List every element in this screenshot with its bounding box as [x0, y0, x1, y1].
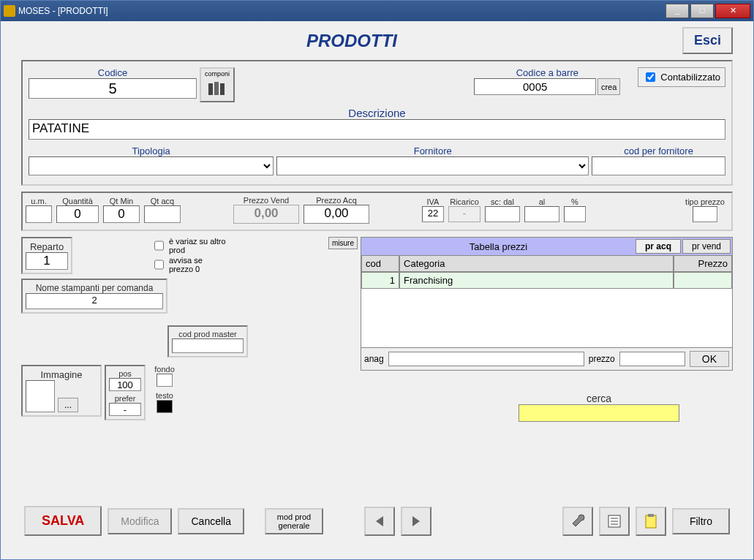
misure-button[interactable]: misure: [328, 237, 358, 249]
list-icon: [606, 513, 622, 529]
testo-label: testo: [148, 391, 181, 400]
cod-fornitore-input[interactable]: [592, 156, 725, 175]
triangle-right-icon: [410, 515, 423, 528]
al-input[interactable]: [524, 206, 559, 222]
immagine-browse-button[interactable]: ...: [58, 398, 78, 412]
cod-fornitore-label: cod per fornitore: [592, 145, 725, 156]
settings-button[interactable]: [562, 507, 593, 536]
cerca-label: cerca: [519, 393, 679, 404]
stampanti-label: Nome stampanti per comanda: [26, 283, 163, 293]
componi-button[interactable]: componi: [200, 67, 235, 102]
col-categoria: Categoria: [399, 255, 674, 272]
cod-master-input[interactable]: [172, 338, 244, 353]
fornitore-select[interactable]: [276, 156, 589, 175]
svg-rect-9: [646, 515, 656, 528]
esci-button[interactable]: Esci: [682, 27, 733, 54]
tab-pr-acq[interactable]: pr acq: [636, 239, 681, 254]
close-button[interactable]: ✕: [715, 4, 750, 18]
svg-marker-4: [412, 516, 420, 526]
col-prezzo: Prezzo: [674, 255, 732, 272]
iva-label: IVA: [422, 197, 444, 206]
codice-barre-input[interactable]: 0005: [474, 78, 596, 95]
salva-button[interactable]: SALVA: [24, 506, 102, 536]
codice-input[interactable]: 5: [29, 78, 197, 99]
immagine-preview: [26, 380, 55, 412]
svg-marker-3: [376, 516, 383, 526]
um-input[interactable]: [26, 205, 52, 223]
testo-swatch[interactable]: [157, 400, 173, 413]
prezzo-vend-label: Prezzo Vend: [233, 196, 299, 205]
pos-input[interactable]: 100: [109, 378, 141, 391]
titlebar: MOSES - [PRODOTTI] _ □ ✕: [1, 1, 753, 21]
next-button[interactable]: [401, 507, 431, 536]
clipboard-button[interactable]: [636, 507, 666, 536]
app-icon: [4, 5, 15, 17]
codice-barre-label: Codice a barre: [474, 67, 620, 78]
iva-input[interactable]: 22: [422, 206, 444, 222]
svg-rect-1: [214, 82, 219, 95]
page-title: PRODOTTI: [21, 31, 682, 51]
tipo-prezzo-input[interactable]: [693, 206, 717, 222]
codice-label: Codice: [29, 67, 197, 78]
anag-label: anag: [364, 354, 384, 364]
cell-prezzo[interactable]: [674, 272, 732, 289]
chess-icon: [206, 77, 229, 98]
svg-rect-0: [208, 83, 213, 95]
ricarico-label: Ricarico: [448, 197, 480, 206]
tipologia-select[interactable]: [29, 156, 274, 175]
fornitore-label: Fornitore: [276, 145, 589, 156]
prefer-input[interactable]: -: [109, 403, 141, 416]
al-label: al: [524, 197, 559, 206]
descrizione-label: Descrizione: [29, 107, 725, 119]
clipboard-icon: [643, 513, 659, 529]
sc-dal-input[interactable]: [485, 206, 520, 222]
prefer-label: prefer: [109, 394, 141, 403]
anag-input[interactable]: [388, 352, 584, 366]
prezzo-ftr-label: prezzo: [589, 354, 615, 364]
qtacq-input[interactable]: [144, 205, 181, 223]
ok-button[interactable]: OK: [690, 351, 729, 367]
cancella-button[interactable]: Cancella: [178, 508, 244, 534]
variaz-checkbox[interactable]: è variaz su altro prod: [151, 237, 227, 254]
tipo-prezzo-label: tipo prezzo: [682, 197, 728, 206]
ricarico-input: -: [448, 206, 480, 222]
stampanti-input[interactable]: 2: [26, 293, 163, 309]
qtmin-input[interactable]: 0: [103, 205, 140, 223]
sc-dal-label: sc: dal: [485, 197, 520, 206]
tipologia-label: Tipologia: [29, 145, 274, 156]
svg-rect-2: [220, 83, 225, 95]
cell-categoria[interactable]: Franchising: [399, 272, 674, 289]
wrench-icon: [570, 513, 586, 529]
prezzo-acq-input[interactable]: 0,00: [304, 205, 369, 224]
descrizione-input[interactable]: PATATINE: [29, 119, 725, 140]
tabella-title: Tabella prezzi: [363, 241, 634, 252]
fondo-swatch[interactable]: [157, 374, 173, 387]
cerca-input[interactable]: [519, 404, 679, 422]
prezzo-ftr-input[interactable]: [619, 352, 685, 366]
pct-label: %: [564, 197, 586, 206]
um-label: u.m.: [26, 197, 52, 205]
reparto-label: Reparto: [26, 241, 68, 252]
reparto-input[interactable]: 1: [26, 252, 68, 270]
minimize-button[interactable]: _: [666, 4, 689, 18]
contabilizzato-checkbox[interactable]: Contabilizzato: [638, 67, 725, 87]
list-button[interactable]: [599, 507, 630, 536]
mod-prod-generale-button[interactable]: mod prod generale: [265, 508, 323, 534]
cell-cod[interactable]: 1: [361, 272, 399, 289]
pct-input[interactable]: [564, 206, 586, 222]
avvisa-checkbox[interactable]: avvisa se prezzo 0: [151, 256, 227, 273]
modifica-button: Modifica: [108, 508, 172, 534]
immagine-label: Immagine: [26, 369, 97, 380]
fondo-label: fondo: [148, 365, 181, 374]
maximize-button[interactable]: □: [690, 4, 714, 18]
triangle-left-icon: [373, 515, 386, 528]
tab-pr-vend[interactable]: pr vend: [682, 239, 731, 254]
window-title: MOSES - [PRODOTTI]: [18, 6, 108, 16]
crea-button[interactable]: crea: [597, 78, 620, 95]
filtro-button[interactable]: Filtro: [672, 508, 730, 534]
qtacq-label: Qt acq: [144, 197, 181, 205]
prev-button[interactable]: [364, 507, 395, 536]
quantita-input[interactable]: 0: [56, 205, 99, 223]
prezzo-vend-input: 0,00: [233, 205, 299, 224]
svg-rect-10: [648, 514, 654, 517]
